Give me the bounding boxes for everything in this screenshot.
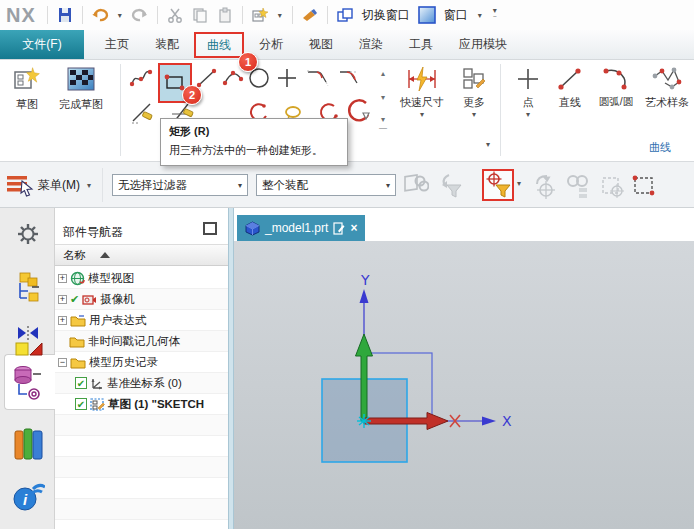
close-tab-icon[interactable]: × [350,221,357,235]
tree-row-model-views[interactable]: + 模型视图 [55,268,228,289]
menu-button[interactable]: 菜单(M) ▾ [6,170,94,200]
undo-dropdown[interactable]: ▾ [115,11,125,20]
sketch-icon [13,66,41,94]
modified-document-icon [333,222,345,235]
dimension-group-launcher[interactable]: ▾ [482,140,494,149]
snap-point-filter-button[interactable] [482,169,514,201]
show-only-button[interactable] [598,172,626,200]
navigator-column-header[interactable]: 名称 [55,244,228,266]
nx-logo: NX [6,4,36,27]
reuse-library-icon[interactable] [10,426,46,462]
filter-back-button[interactable] [438,172,466,200]
expand-icon[interactable]: + [58,274,67,283]
save-button[interactable] [55,5,75,25]
tab-tools[interactable]: 工具 [396,30,446,59]
tab-view[interactable]: 视图 [296,30,346,59]
assembly-navigator-icon[interactable] [10,270,46,306]
gallery-expand[interactable]: ▾— [376,116,390,132]
window-dropdown[interactable]: ▾ [475,11,485,20]
datum-axis-x-arrowhead [482,417,496,426]
new-window-dropdown[interactable]: ▾ [275,11,285,20]
point-dropdown[interactable]: ▾ [526,110,530,119]
more-dropdown[interactable]: ▾ [472,110,476,119]
datum-csys-icon [90,377,104,390]
rectangle-tooltip: 矩形 (R) 用三种方法中的一种创建矩形。 [160,118,348,166]
checkbox-checked[interactable]: ✔ [75,398,87,410]
checkbox-checked[interactable]: ✔ [75,377,87,389]
window-label[interactable]: 窗口 [444,7,468,24]
part-navigator-icon[interactable] [10,364,46,400]
sketch-label: 草图 [16,97,38,112]
quick-trim-tool-icon[interactable] [130,100,156,126]
roles-gear-icon[interactable] [10,216,46,252]
line-button[interactable]: 直线 [550,66,590,110]
expand-icon[interactable]: + [58,295,67,304]
reset-orientation-button[interactable] [530,172,558,200]
more-button[interactable]: 更多 ▾ [454,66,494,119]
viewport-canvas[interactable]: Y X [234,241,694,529]
combo-dropdown-icon: ▾ [386,181,390,190]
art-spline-button[interactable]: 艺术样条 [642,66,692,110]
line-label: 直线 [559,95,581,110]
tab-file[interactable]: 文件(F) [0,30,84,59]
panel-restore-button[interactable] [203,222,217,235]
expand-icon[interactable]: + [58,316,67,325]
tree-row-user-expressions[interactable]: + 用户表达式 [55,310,228,331]
fillet-tool-icon[interactable] [304,65,330,91]
divider [157,6,158,24]
menu-dropdown: ▾ [84,181,94,190]
selection-filter-value: 无选择过滤器 [118,178,187,193]
tab-assembly[interactable]: 装配 [142,30,192,59]
tab-curve[interactable]: 曲线 [194,32,244,58]
customize-quick-access[interactable]: ▾‾ [490,6,500,24]
point-button[interactable]: 点 ▾ [510,66,546,119]
profile-tool-icon[interactable] [128,65,154,91]
viewport-tab-bar: _model1.prt × [234,208,694,241]
point-tool-icon[interactable] [274,65,300,91]
tree-row-datum-csys[interactable]: ✔ 基准坐标系 (0) [55,373,228,394]
tree-row-model-history[interactable]: − 模型历史记录 [55,352,228,373]
more-icon [461,66,487,92]
tab-app-modules[interactable]: 应用模块 [446,30,520,59]
chamfer-tool-icon[interactable] [336,65,362,91]
finish-sketch-button[interactable]: 完成草图 [50,66,112,112]
constraint-navigator-icon[interactable] [10,324,46,360]
paste-icon[interactable] [215,5,235,25]
new-window-icon[interactable] [250,5,270,25]
part-file-tab[interactable]: _model1.prt × [237,215,365,241]
tab-render[interactable]: 渲染 [346,30,396,59]
snap-plane-button[interactable] [402,172,430,200]
part-cube-icon [245,221,260,236]
part-file-title: _model1.prt [265,221,328,235]
gallery-scroll-down[interactable]: ▾ [376,94,390,102]
point-label: 点 [523,95,534,110]
select-by-rectangle-button[interactable] [630,172,658,200]
redo-button[interactable] [130,5,150,25]
cut-icon[interactable] [165,5,185,25]
tab-home[interactable]: 主页 [92,30,142,59]
arc-circle-button[interactable]: 圆弧/圆 [592,66,640,109]
snap-point-dropdown[interactable]: ▾ [517,179,521,188]
sketch-scene: Y X [234,241,694,529]
divider [327,6,328,24]
switch-window-label[interactable]: 切换窗口 [362,7,410,24]
tree-row-sketch[interactable]: ✔ 草图 (1) "SKETCH [55,394,228,415]
tree-row-cameras[interactable]: + ✔ 摄像机 [55,289,228,310]
sketch-button[interactable]: 草图 [8,66,46,112]
gallery-scroll-up[interactable]: ▴ [376,70,390,78]
main-area: i 部件导航器 名称 + 模型视图 + ✔ 摄像机 + 用户表达式 非时间戳记几… [0,208,694,529]
selection-filter-combo[interactable]: 无选择过滤器 ▾ [112,174,248,196]
curve-group-label: 曲线 [634,140,686,155]
quick-dimension-dropdown[interactable]: ▾ [420,110,424,119]
tree-row-non-timestamp[interactable]: 非时间戳记几何体 [55,331,228,352]
selection-scope-combo[interactable]: 整个装配 ▾ [256,174,396,196]
internet-info-icon[interactable]: i [10,478,46,514]
format-brush-icon[interactable] [300,5,320,25]
collapse-icon[interactable]: − [58,358,67,367]
undo-button[interactable] [90,5,110,25]
quick-dimension-button[interactable]: 快速尺寸 ▾ [398,66,446,119]
switch-window-icon[interactable] [335,5,355,25]
copy-icon[interactable] [190,5,210,25]
window-icon[interactable] [417,5,437,25]
find-component-button[interactable] [564,172,592,200]
